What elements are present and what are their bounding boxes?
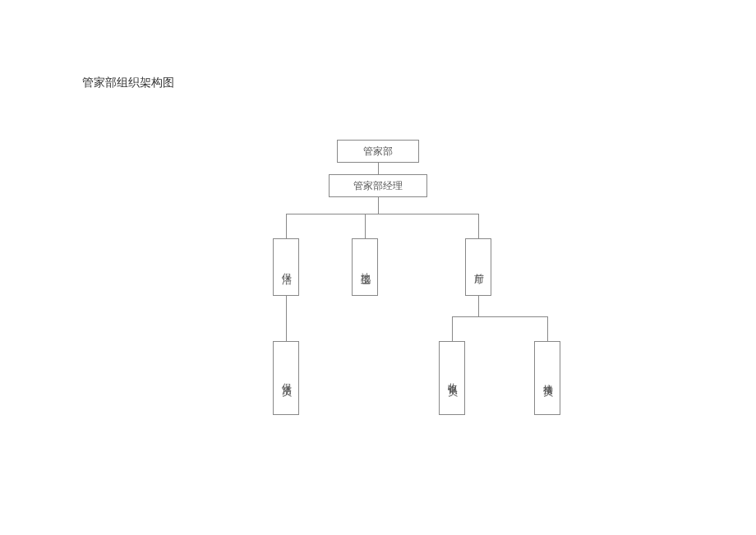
connector — [286, 296, 287, 341]
connector — [547, 316, 548, 341]
connector — [365, 214, 366, 238]
page-title: 管家部组织架构图 — [82, 76, 174, 90]
connector — [478, 296, 479, 316]
connector — [286, 214, 287, 238]
connector — [452, 316, 453, 341]
node-cashier: 收银员 — [439, 341, 465, 415]
node-cleaner: 保洁员 — [273, 341, 299, 415]
connector — [378, 163, 379, 174]
connector — [286, 214, 478, 214]
connector — [378, 197, 379, 214]
connector — [452, 316, 547, 317]
org-chart: 管家部 管家部经理 保洁 地毯工 前厅 保洁员 收银员 接待员 — [0, 140, 756, 485]
node-root: 管家部 — [337, 140, 419, 163]
node-receptionist: 接待员 — [534, 341, 560, 415]
node-cleaning: 保洁 — [273, 238, 299, 296]
node-front: 前厅 — [465, 238, 491, 296]
connector — [478, 214, 479, 238]
node-carpet: 地毯工 — [352, 238, 378, 296]
node-manager: 管家部经理 — [329, 174, 427, 197]
